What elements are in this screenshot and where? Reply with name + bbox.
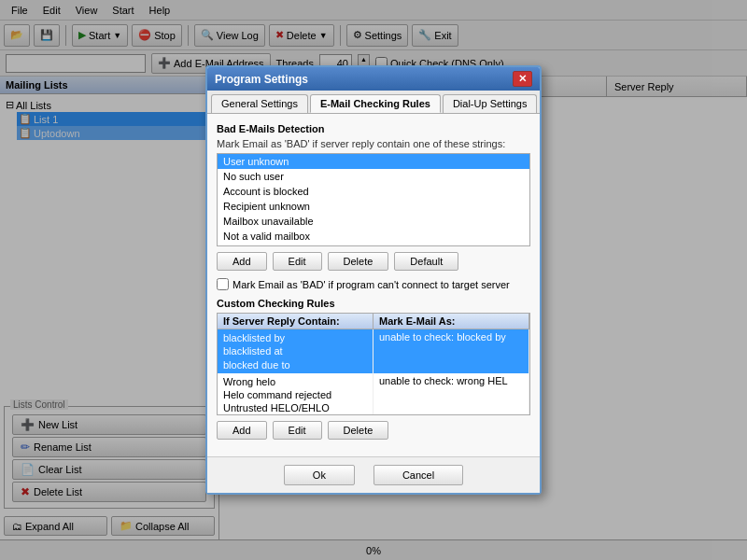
bad-email-item-2[interactable]: Account is blocked [218, 184, 529, 199]
modal-footer: Ok Cancel [207, 456, 540, 493]
rules-cell-mark-0: unable to check: blocked by [374, 329, 529, 373]
modal-body: Bad E-Mails Detection Mark Email as 'BAD… [207, 114, 540, 456]
rules-cell-mark-1: unable to check: wrong HEL [374, 373, 529, 415]
bad-email-item-3[interactable]: Recipient unknown [218, 199, 529, 214]
bad-emails-listbox[interactable]: User unknown No such user Account is blo… [217, 153, 530, 246]
bad-emails-title: Bad E-Mails Detection [217, 123, 530, 134]
bad-email-item-5[interactable]: Not a valid mailbox [218, 229, 529, 244]
ok-button[interactable]: Ok [284, 465, 355, 485]
modal-close-button[interactable]: ✕ [513, 71, 532, 87]
bad-email-item-0[interactable]: User unknown [218, 154, 529, 169]
cant-connect-row: Mark Email as 'BAD' if program can't con… [217, 278, 530, 290]
modal-title: Program Settings [215, 73, 308, 86]
custom-rules-add-button[interactable]: Add [217, 421, 267, 440]
rules-row-0[interactable]: blacklisted by blacklisted at blocked du… [218, 329, 529, 373]
bad-email-item-1[interactable]: No such user [218, 169, 529, 184]
cancel-button[interactable]: Cancel [374, 465, 463, 485]
tab-email-checking-rules[interactable]: E-Mail Checking Rules [310, 94, 441, 113]
modal-title-bar: Program Settings ✕ [207, 67, 540, 91]
rules-row-1[interactable]: Wrong helo Helo command rejected Untrust… [218, 373, 529, 415]
bad-emails-default-button[interactable]: Default [394, 252, 458, 271]
custom-rules-title: Custom Checking Rules [217, 298, 530, 309]
bad-email-item-4[interactable]: Mailbox unavailable [218, 214, 529, 229]
rules-col-mark: Mark E-Mail As: [374, 314, 529, 329]
bad-emails-desc: Mark Email as 'BAD' if server reply cont… [217, 138, 530, 149]
bad-emails-btn-row: Add Edit Delete Default [217, 252, 530, 271]
cant-connect-checkbox[interactable] [217, 278, 229, 290]
rules-header: If Server Reply Contain: Mark E-Mail As: [218, 314, 529, 329]
modal-tabs: General Settings E-Mail Checking Rules D… [207, 91, 540, 114]
custom-rules-table: If Server Reply Contain: Mark E-Mail As:… [217, 313, 530, 415]
bad-emails-add-button[interactable]: Add [217, 252, 267, 271]
rules-cell-contain-1: Wrong helo Helo command rejected Untrust… [218, 373, 374, 415]
custom-rules-btn-row: Add Edit Delete [217, 421, 530, 440]
tab-dialup-settings[interactable]: Dial-Up Settings [443, 94, 537, 113]
rules-cell-contain-0: blacklisted by blacklisted at blocked du… [218, 329, 374, 373]
rules-col-contain: If Server Reply Contain: [218, 314, 374, 329]
program-settings-modal: Program Settings ✕ General Settings E-Ma… [205, 65, 542, 495]
modal-overlay: Program Settings ✕ General Settings E-Ma… [0, 0, 747, 560]
bad-emails-delete-button[interactable]: Delete [328, 252, 389, 271]
tab-general-settings[interactable]: General Settings [211, 94, 308, 113]
bad-emails-edit-button[interactable]: Edit [273, 252, 322, 271]
custom-rules-delete-button[interactable]: Delete [328, 421, 389, 440]
custom-rules-edit-button[interactable]: Edit [273, 421, 322, 440]
cant-connect-label: Mark Email as 'BAD' if program can't con… [233, 279, 510, 290]
